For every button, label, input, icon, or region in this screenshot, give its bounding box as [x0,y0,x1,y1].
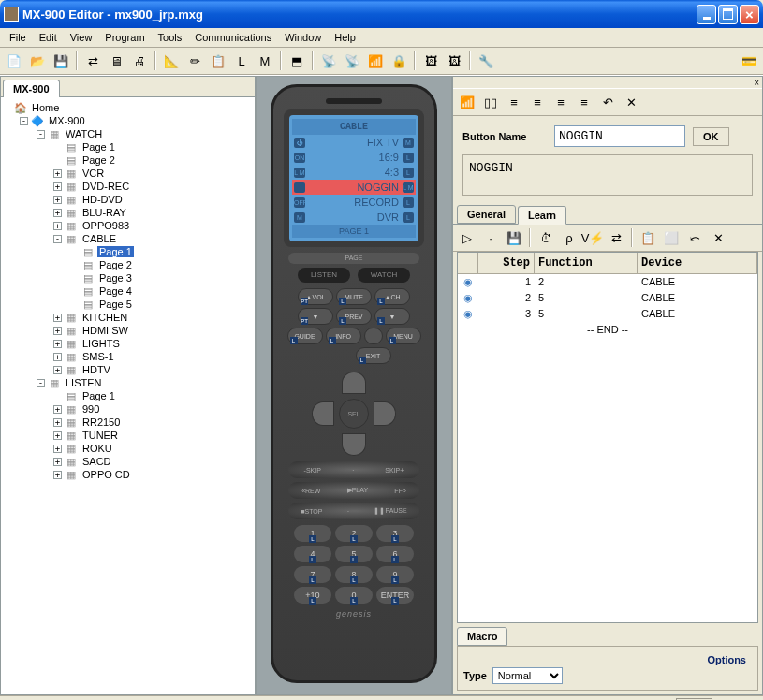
toolbar-button[interactable]: 💾 [504,227,524,248]
toolbar-button[interactable]: 📡 [342,51,362,71]
menu-button[interactable]: MENUL [386,328,421,344]
page-rocker[interactable]: PAGE [288,253,419,264]
toolbar-button[interactable]: 📂 [27,51,48,71]
prev-ch-button[interactable]: PREVL [336,308,372,325]
toolbar-button[interactable]: 📄 [4,51,24,71]
tree-item[interactable]: +DVD-REC [3,180,253,193]
lcd-row[interactable]: MDVRL [292,210,416,225]
lcd-row[interactable]: L M4:3L [292,165,416,180]
toolbar-button[interactable]: ⤺ [684,227,705,248]
numpad-1[interactable]: 1L [294,525,331,542]
grid-header-step[interactable]: Step [478,253,535,273]
toolbar-button[interactable]: ≡ [504,92,524,112]
tree-item[interactable]: -CABLE [3,232,253,245]
tree-item[interactable]: Page 2 [3,153,253,167]
toolbar-button[interactable]: 📋 [638,227,658,248]
tree-item[interactable]: -🔷MX-900 [3,114,253,127]
tree-item[interactable]: +OPPO983 [3,219,253,232]
numpad-7[interactable]: 7L [294,566,331,583]
numpad-6[interactable]: 6L [376,546,414,562]
tree-item[interactable]: +ROKU [3,442,253,455]
type-select[interactable]: Normal [492,667,563,684]
ch-up-button[interactable]: ▲CHL [374,288,410,305]
guide-button[interactable]: GUIDEL [287,328,323,344]
close-button[interactable] [740,5,759,24]
grid-body[interactable]: ◉12CABLE◉25CABLE◉35CABLE-- END -- [458,274,757,622]
exit-button[interactable]: EXITL [356,347,391,364]
mute-button[interactable]: MUTEL [336,288,372,305]
transport-stop[interactable]: ■STOP·❚❚PAUSE [288,503,419,519]
tab-general[interactable]: General [457,205,516,224]
tree-item[interactable]: +RR2150 [3,416,253,429]
tree-item[interactable]: +LIGHTS [3,337,253,350]
tree-item[interactable]: Page 1 [3,140,253,153]
toolbar-button[interactable]: ✕ [708,227,728,248]
toolbar-button[interactable]: ▯▯ [480,92,501,112]
grid-header-device[interactable]: Device [638,253,757,273]
macro-step-row[interactable]: ◉12CABLE [458,274,757,290]
grid-header-function[interactable]: Function [535,253,638,273]
device-tree[interactable]: 🏠Home-🔷MX-900-WATCHPage 1Page 2+VCR+DVD-… [1,97,255,694]
toolbar-button[interactable]: ⇄ [82,51,103,71]
macro-step-row[interactable]: ◉25CABLE [458,290,757,306]
toolbar-button[interactable]: ▷ [457,227,477,248]
ch-down-button[interactable]: ▼L [374,308,410,325]
toolbar-card-icon[interactable]: 💳 [739,51,759,71]
tree-item[interactable]: -WATCH [3,127,253,140]
toolbar-button[interactable]: 🖼 [444,51,464,71]
toolbar-button[interactable]: ≡ [527,92,548,112]
toolbar-button[interactable]: ⬜ [661,227,682,248]
tree-item[interactable]: +990 [3,402,253,416]
tree-item[interactable]: +KITCHEN [3,311,253,324]
lcd-row[interactable]: NOGGINL M [292,180,416,195]
tab-learn[interactable]: Learn [518,206,566,225]
dpad-select[interactable]: SEL [339,399,369,429]
tree-item[interactable]: +TUNER [3,429,253,442]
options-link[interactable]: Options [463,652,752,667]
numpad-4[interactable]: 4L [294,546,331,562]
toolbar-button[interactable]: ≡ [550,92,571,112]
toolbar-button[interactable]: ✕ [621,92,641,112]
toolbar-button[interactable]: 📡 [318,51,339,71]
toolbar-button[interactable]: 📋 [208,51,228,71]
numpad-3[interactable]: 3L [376,525,414,542]
tree-item[interactable]: +OPPO CD [3,468,253,481]
menu-window[interactable]: Window [279,30,327,45]
toolbar-button[interactable]: L [231,51,252,71]
tree-item[interactable]: +SACD [3,455,253,468]
toolbar-button[interactable]: 📐 [161,51,182,71]
tree-tab[interactable]: MX-900 [3,80,60,97]
toolbar-button[interactable]: M [255,51,275,71]
menu-program[interactable]: Program [99,30,150,45]
transport-play[interactable]: «REW▶PLAYFF» [288,482,419,499]
info-button[interactable]: INFOL [326,328,361,344]
toolbar-button[interactable]: 💾 [51,51,71,71]
dpad-down[interactable] [342,433,366,456]
numpad-5[interactable]: 5L [335,546,373,562]
numpad-ENTER[interactable]: ENTERL [376,587,414,604]
numpad-0[interactable]: 0L [335,587,373,604]
menu-tools[interactable]: Tools [153,30,188,45]
toolbar-button[interactable]: ⏱ [536,227,556,248]
menu-help[interactable]: Help [329,30,361,45]
toolbar-button[interactable]: ⇄ [606,227,626,248]
menu-file[interactable]: File [4,30,32,45]
tree-item[interactable]: Page 3 [3,271,253,284]
transport-skip[interactable]: -SKIP·SKIP+ [288,461,419,478]
menu-edit[interactable]: Edit [34,30,63,45]
dpad-up[interactable] [342,372,366,394]
toolbar-button[interactable]: · [480,227,501,248]
toolbar-button[interactable]: ✏ [184,51,205,71]
tree-item[interactable]: Page 1 [3,245,253,258]
tree-item[interactable]: Page 2 [3,258,253,271]
tree-item[interactable]: +HD-DVD [3,193,253,206]
toolbar-button[interactable]: 🖼 [420,51,441,71]
numpad-8[interactable]: 8L [335,566,373,583]
watch-mode-button[interactable]: WATCH [358,268,410,283]
toolbar-button[interactable]: ⬒ [286,51,307,71]
tab-macro[interactable]: Macro [457,627,507,646]
toolbar-button[interactable]: ↶ [597,92,618,112]
tree-item[interactable]: Page 1 [3,389,253,402]
vol-down-button[interactable]: ▼PT [298,308,333,325]
toolbar-button[interactable]: 🔒 [389,51,409,71]
